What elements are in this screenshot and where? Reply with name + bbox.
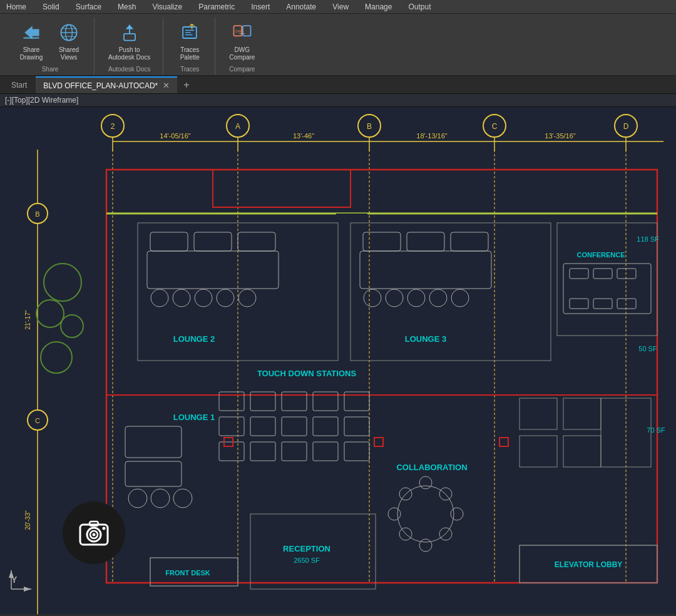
traces-icon	[177, 20, 202, 45]
autodesk-docs-group-label: Autodesk Docs	[105, 64, 154, 75]
menu-item-output[interactable]: Output	[406, 1, 433, 13]
svg-text:RECEPTION: RECEPTION	[283, 544, 330, 553]
svg-text:20'-33": 20'-33"	[24, 510, 31, 530]
svg-text:2: 2	[111, 122, 115, 131]
svg-text:LOUNGE 2: LOUNGE 2	[173, 334, 215, 344]
push-autodesk-label: Push to Autodesk Docs	[108, 46, 150, 61]
tab-close-button[interactable]: ✕	[163, 81, 170, 90]
ribbon-group-share: Share Drawing Shared Views	[6, 18, 95, 75]
ribbon: Share Drawing Shared Views	[0, 14, 676, 76]
cad-viewport[interactable]: 2 A B C D 14'-05/16" 13'-46" 18'-13/16" …	[0, 107, 676, 614]
svg-text:2650 SF: 2650 SF	[294, 557, 320, 564]
svg-text:C: C	[492, 122, 498, 131]
viewport-label-text: [-][Top][2D Wireframe]	[5, 96, 78, 105]
tab-add-button[interactable]: +	[177, 80, 195, 91]
traces-palette-button[interactable]: Traces Palette	[173, 18, 206, 64]
menu-item-insert[interactable]: Insert	[248, 1, 272, 13]
menu-bar: Home Solid Surface Mesh Visualize Parame…	[0, 0, 676, 14]
svg-rect-69	[336, 213, 367, 217]
svg-text:C: C	[35, 417, 40, 424]
svg-marker-9	[125, 24, 133, 29]
svg-text:LOUNGE 1: LOUNGE 1	[173, 413, 215, 422]
svg-text:LOUNGE 3: LOUNGE 3	[405, 334, 446, 344]
svg-text:B: B	[367, 122, 372, 131]
tab-active-label: BLVD OFFICE_PLAN-AUTOCAD*	[43, 81, 158, 90]
svg-text:TOUCH DOWN STATIONS: TOUCH DOWN STATIONS	[257, 369, 356, 378]
svg-text:21'-17": 21'-17"	[24, 310, 31, 329]
svg-text:D: D	[623, 122, 629, 131]
svg-text:70 SF: 70 SF	[647, 426, 665, 434]
svg-rect-7	[124, 34, 135, 41]
dwg-compare-label: DWG Compare	[229, 46, 255, 61]
menu-item-solid[interactable]: Solid	[40, 1, 62, 13]
viewport-label: [-][Top][2D Wireframe]	[0, 94, 676, 107]
menu-item-visualize[interactable]: Visualize	[150, 1, 185, 13]
ribbon-group-traces: Traces Palette Traces	[165, 18, 215, 75]
push-autodesk-button[interactable]: Push to Autodesk Docs	[105, 18, 154, 64]
svg-text:13'-46": 13'-46"	[293, 132, 314, 140]
push-icon	[117, 20, 142, 45]
svg-text:B: B	[35, 210, 39, 218]
svg-text:18'-13/16": 18'-13/16"	[416, 132, 448, 140]
svg-rect-1	[23, 37, 39, 39]
ribbon-group-autodesk-docs: Push to Autodesk Docs Autodesk Docs	[96, 18, 163, 75]
svg-text:A: A	[235, 122, 240, 131]
menu-item-mesh[interactable]: Mesh	[115, 1, 138, 13]
svg-text:14'-05/16": 14'-05/16"	[160, 132, 191, 140]
share-group-label: Share	[15, 64, 85, 75]
menu-item-annotate[interactable]: Annotate	[284, 1, 319, 13]
share-drawing-label: Share Drawing	[20, 46, 43, 61]
camera-icon	[77, 516, 111, 550]
menu-item-home[interactable]: Home	[4, 1, 29, 13]
svg-text:13'-35/16": 13'-35/16"	[545, 132, 576, 140]
tab-start[interactable]: Start	[3, 76, 36, 93]
compare-group-label: Compare	[225, 64, 259, 75]
svg-rect-16	[243, 26, 251, 36]
tab-bar: Start BLVD OFFICE_PLAN-AUTOCAD* ✕ +	[0, 76, 676, 94]
traces-palette-label: Traces Palette	[180, 46, 200, 61]
ribbon-group-compare: DWG DWG Compare Compare	[217, 18, 267, 75]
shared-views-label: Shared Views	[59, 46, 79, 61]
svg-text:FRONT DESK: FRONT DESK	[165, 569, 210, 577]
share-drawing-icon	[19, 20, 44, 45]
menu-item-view[interactable]: View	[330, 1, 351, 13]
shared-views-button[interactable]: Shared Views	[53, 18, 85, 64]
svg-text:ELEVATOR LOBBY: ELEVATOR LOBBY	[555, 560, 623, 569]
svg-text:DWG: DWG	[235, 29, 243, 33]
menu-item-manage[interactable]: Manage	[362, 1, 394, 13]
svg-text:COLLABORATION: COLLABORATION	[396, 463, 467, 472]
menu-item-parametric[interactable]: Parametric	[196, 1, 237, 13]
share-drawing-button[interactable]: Share Drawing	[15, 18, 48, 64]
menu-item-surface[interactable]: Surface	[73, 1, 104, 13]
svg-text:118 SF: 118 SF	[637, 235, 659, 243]
traces-group-label: Traces	[173, 64, 206, 75]
svg-point-152	[93, 533, 96, 536]
dwg-icon: DWG	[230, 20, 255, 45]
svg-text:50 SF: 50 SF	[638, 345, 657, 352]
dwg-compare-button[interactable]: DWG DWG Compare	[225, 18, 259, 64]
shared-views-icon	[56, 20, 81, 45]
tab-active[interactable]: BLVD OFFICE_PLAN-AUTOCAD* ✕	[36, 76, 177, 93]
svg-text:CONFERENCE: CONFERENCE	[576, 251, 625, 259]
svg-point-154	[103, 527, 106, 530]
camera-button[interactable]	[63, 501, 125, 564]
